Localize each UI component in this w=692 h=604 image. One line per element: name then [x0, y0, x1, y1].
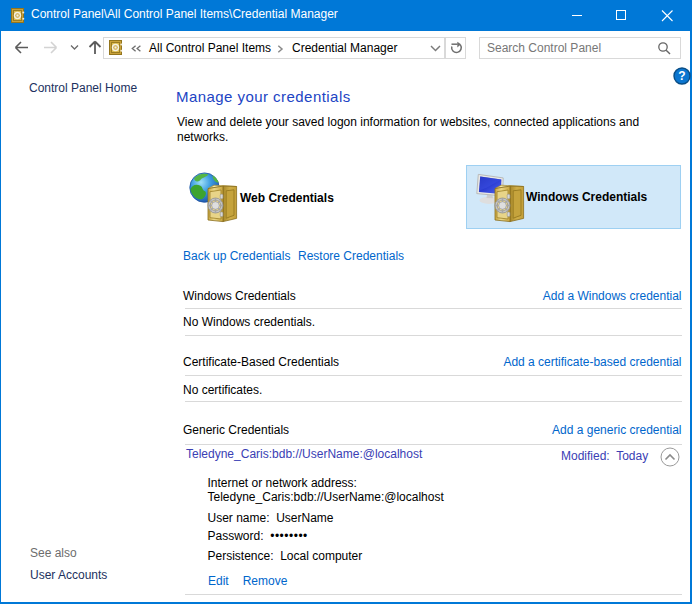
svg-text:?: ? — [678, 69, 685, 83]
